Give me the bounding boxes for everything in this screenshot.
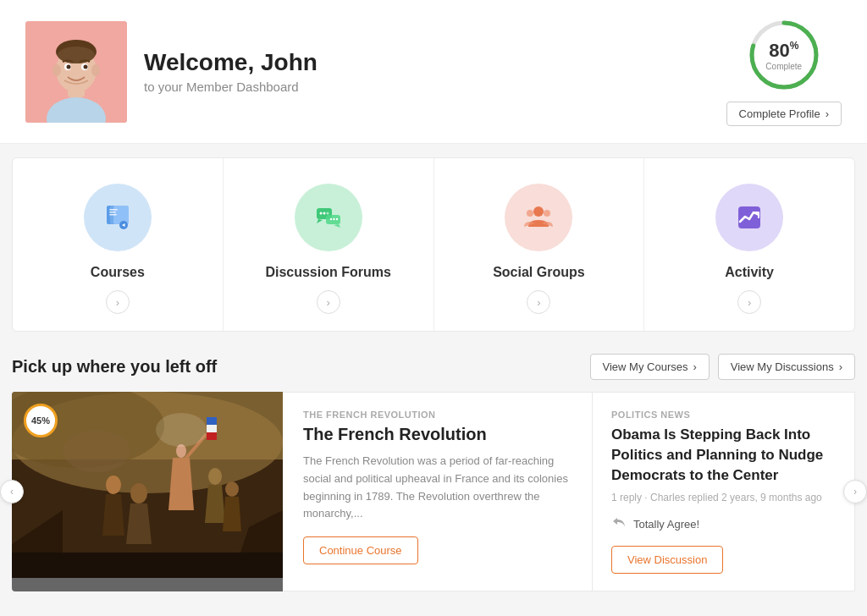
view-my-courses-button[interactable]: View My Courses › [590,354,710,380]
discussion-card: POLITICS NEWS Obama Is Stepping Back Int… [593,392,855,591]
course-progress-badge: 45% [24,404,58,437]
header-left: Welcome, John to your Member Dashboard [25,21,318,123]
course-tag: THE FRENCH REVOLUTION [303,410,572,420]
svg-point-29 [335,218,337,220]
svg-rect-20 [109,214,117,216]
activity-icon-circle [715,184,783,251]
continue-course-button[interactable]: Continue Course [303,536,418,564]
course-title: The French Revolution [303,425,572,444]
carousel-right-arrow[interactable]: › [843,480,867,503]
pickup-title: Pick up where you left off [12,357,217,377]
left-chevron-icon: ‹ [10,486,14,498]
tile-courses[interactable]: Courses › [13,158,224,331]
svg-rect-54 [12,553,283,578]
welcome-subtitle: to your Member Dashboard [144,80,318,94]
carousel-left-arrow[interactable]: ‹ [0,480,24,503]
tile-forums[interactable]: Discussion Forums › [224,158,434,331]
forums-chevron-icon: › [326,296,329,309]
cards-row: ‹ 45% [12,392,855,591]
groups-icon-circle [505,184,572,251]
svg-point-11 [67,64,71,69]
tile-forums-arrow[interactable]: › [317,290,340,314]
pickup-actions: View My Courses › View My Discussions › [590,354,855,380]
svg-point-28 [333,218,334,220]
forums-icon-circle [295,184,362,251]
svg-rect-18 [109,209,118,211]
svg-point-44 [130,483,147,503]
svg-point-26 [326,212,329,215]
tile-activity-label: Activity [725,265,774,280]
tiles-section: Courses › Discussion Forums › [12,157,855,332]
svg-rect-43 [207,432,217,440]
complete-profile-button[interactable]: Complete Profile › [726,102,842,126]
view-discussion-button[interactable]: View Discussion [611,546,723,574]
progress-percent: 80% [769,40,798,61]
svg-marker-39 [168,458,194,510]
view-my-discussions-button[interactable]: View My Discussions › [718,354,855,380]
svg-rect-41 [207,417,217,425]
svg-point-30 [533,206,544,217]
course-detail-card: THE FRENCH REVOLUTION The French Revolut… [283,392,593,591]
svg-marker-51 [223,497,241,531]
svg-marker-45 [126,503,152,544]
tile-forums-label: Discussion Forums [265,265,390,280]
discussion-meta: 1 reply · Charles replied 2 years, 9 mon… [611,492,836,503]
svg-point-55 [156,413,207,447]
tile-activity[interactable]: Activity › [644,158,854,331]
courses-btn-chevron-icon: › [693,360,696,373]
header: Welcome, John to your Member Dashboard 8… [0,0,867,144]
svg-point-46 [106,476,121,494]
discussion-title: Obama Is Stepping Back Into Politics and… [611,425,836,485]
svg-marker-47 [102,494,124,536]
progress-label: Complete [765,62,802,71]
tile-groups[interactable]: Social Groups › [434,158,645,331]
tile-groups-label: Social Groups [493,265,584,280]
svg-point-56 [63,430,130,472]
svg-point-7 [52,64,61,76]
avatar [25,21,127,123]
discussion-tag: POLITICS NEWS [611,410,836,420]
svg-point-12 [84,64,88,69]
svg-marker-49 [205,485,225,523]
pickup-section: Pick up where you left off View My Cours… [0,345,867,591]
svg-rect-19 [109,212,116,213]
progress-circle: 80% Complete [746,17,822,93]
profile-completion: 80% Complete Complete Profile › [726,17,842,126]
groups-chevron-icon: › [537,296,540,309]
tile-activity-arrow[interactable]: › [737,290,761,314]
course-description: The French Revolution was a period of fa… [303,453,572,523]
svg-point-31 [527,210,533,217]
courses-chevron-icon: › [116,296,119,309]
svg-point-32 [544,210,550,217]
svg-point-24 [319,212,322,215]
svg-point-25 [323,212,325,215]
chevron-right-icon: › [826,107,829,120]
svg-rect-42 [207,425,217,432]
svg-point-8 [91,64,100,76]
welcome-heading: Welcome, John [144,49,318,76]
tile-groups-arrow[interactable]: › [527,290,550,314]
tile-courses-label: Courses [91,265,145,280]
discussion-comment: Totally Agree! [611,515,836,532]
svg-point-27 [329,218,331,220]
circle-text: 80% Complete [765,40,802,71]
svg-point-48 [208,468,222,485]
discussions-btn-chevron-icon: › [839,360,842,373]
comment-text: Totally Agree! [633,518,699,531]
pickup-header: Pick up where you left off View My Cours… [12,354,855,380]
tile-courses-arrow[interactable]: › [106,290,130,314]
right-chevron-icon: › [853,486,857,498]
activity-chevron-icon: › [748,296,751,309]
reply-icon [611,515,627,532]
welcome-text: Welcome, John to your Member Dashboard [144,49,318,94]
courses-icon-circle [84,184,152,251]
course-image-card: 45% [12,392,283,591]
svg-point-50 [225,481,239,497]
